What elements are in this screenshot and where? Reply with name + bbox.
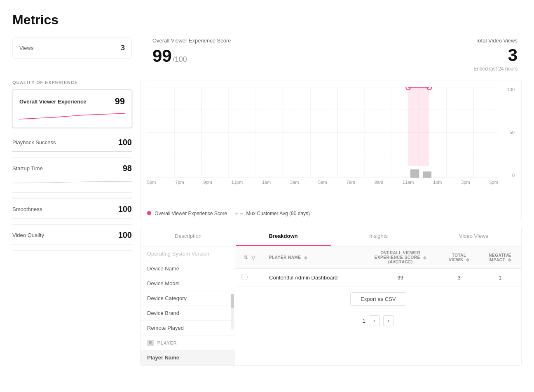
metric-name-overall: Overall Viewer Experience [19, 99, 86, 105]
sidebar-section-icon: ⊞ [147, 340, 154, 346]
filter-icon: ▽ [251, 255, 255, 261]
export-csv-button[interactable]: Export as CSV [350, 292, 406, 306]
sort-score [423, 256, 426, 260]
y-label-0: 0 [500, 173, 515, 178]
metric-card-overall[interactable]: Overall Viewer Experience 99 [12, 90, 132, 128]
td-negative-impact: 1 [479, 269, 521, 287]
metric-value-videoquality: 100 [118, 230, 132, 240]
metric-name-videoquality: Video Quality [12, 232, 44, 238]
legend-score-label: Overall Viewer Experience Score [155, 211, 227, 216]
th-player-name[interactable]: PLAYER NAME [263, 246, 361, 269]
pagination: 1 ‹ › [235, 311, 521, 330]
tab-description[interactable]: Description [141, 227, 236, 246]
td-player-name: Contentful Admin Dashboard [263, 269, 361, 287]
tab-breakdown[interactable]: Breakdown [236, 227, 331, 246]
total-views-label: Total Video Views [473, 38, 518, 44]
sidebar-item-player-name[interactable]: Player Name [141, 350, 235, 365]
table-header-row: ⇅ ▽ PLAYER NAME [235, 246, 521, 269]
metric-item-smoothness[interactable]: Smoothness 100 [12, 199, 132, 225]
y-label-50: 50 [500, 130, 515, 135]
sparkline-overall [19, 110, 125, 122]
export-row: Export as CSV [235, 287, 521, 311]
legend-avg-indicator: Mux Customer Avg (90 days) [235, 211, 310, 216]
x-label-11pm: 11pm [232, 180, 243, 198]
x-label-1pm: 1pm [433, 180, 442, 198]
page-title: Metrics [12, 12, 522, 28]
views-value: 3 [121, 44, 125, 52]
th-negative-impact[interactable]: NEGATIVEIMPACT [479, 246, 521, 269]
x-label-7am: 7am [346, 180, 355, 198]
scrollbar[interactable] [231, 294, 234, 329]
sparkline-startup [12, 176, 132, 188]
x-label-5pm-end: 5pm [490, 180, 498, 198]
tab-bar: Description Breakdown Insights Video Vie… [141, 227, 521, 246]
metric-name-playback: Playback Success [12, 139, 56, 146]
page-number: 1 [363, 318, 365, 324]
sidebar-section-label: PLAYER [157, 340, 177, 345]
td-total-views: 3 [439, 269, 479, 287]
svg-rect-21 [410, 169, 419, 178]
metric-name-startup: Startup Time [12, 165, 43, 171]
x-label-9am: 9am [375, 180, 383, 198]
metric-value-playback: 100 [118, 138, 132, 147]
metric-item-videoquality[interactable]: Video Quality 100 [12, 225, 132, 251]
x-label-1am: 1am [262, 180, 271, 198]
legend-avg-label: Mux Customer Avg (90 days) [246, 211, 310, 216]
th-score[interactable]: OVERALL VIEWEREXPERIENCE SCORE (AVERAGE) [361, 246, 439, 269]
metric-value-smoothness: 100 [118, 204, 132, 214]
score-denom: /100 [173, 55, 187, 64]
sidebar-item-remote-played[interactable]: Remote Played [141, 321, 235, 336]
right-panel: 100 50 0 [140, 80, 522, 366]
x-label-3am: 3am [290, 180, 299, 198]
qoe-section-label: QUALITY OF EXPERIENCE [12, 80, 132, 85]
x-label-5pm: 5pm [147, 180, 156, 198]
sidebar-item-device-model[interactable]: Device Model [141, 276, 235, 291]
sort-player-name [304, 256, 307, 260]
x-label-11am: 11am [403, 180, 414, 198]
data-table: ⇅ ▽ PLAYER NAME [235, 246, 521, 287]
next-page-button[interactable]: › [383, 315, 394, 326]
score-label: Overall Viewer Experience Score [152, 38, 461, 44]
x-label-5am: 5am [318, 180, 327, 198]
metric-item-startup[interactable]: Startup Time 98 [12, 158, 132, 199]
x-label-3pm: 3pm [461, 180, 470, 198]
sidebar-item-device-category[interactable]: Device Category [141, 291, 235, 306]
th-total-views[interactable]: TOTALVIEWS [439, 246, 479, 269]
sort-icon: ⇅ [244, 255, 248, 261]
sidebar-item-device-name[interactable]: Device Name [141, 261, 235, 276]
metric-name-smoothness: Smoothness [12, 206, 42, 212]
td-score: 99 [361, 269, 439, 287]
x-label-9pm: 9pm [203, 180, 212, 198]
table-layout: Operating System Version Device Name Dev… [141, 246, 521, 365]
sort-negative-impact [508, 258, 511, 262]
table-section: Description Breakdown Insights Video Vie… [140, 227, 522, 366]
score-card: Overall Viewer Experience Score 99 /100 [144, 38, 469, 66]
sidebar-item-os-version[interactable]: Operating System Version [141, 246, 235, 261]
chart-svg [147, 87, 498, 178]
sidebar-list: Operating System Version Device Name Dev… [141, 246, 235, 365]
y-label-100: 100 [500, 87, 515, 92]
td-checkbox[interactable] [235, 269, 263, 287]
sidebar-item-device-brand[interactable]: Device Brand [141, 306, 235, 321]
tab-video-views[interactable]: Video Views [426, 227, 521, 246]
svg-rect-17 [408, 88, 429, 166]
metric-value-overall: 99 [115, 96, 125, 107]
th-checkbox: ⇅ ▽ [235, 246, 263, 269]
total-views-value: 3 [473, 45, 518, 65]
left-panel: QUALITY OF EXPERIENCE Overall Viewer Exp… [12, 80, 140, 366]
sort-total-views [466, 258, 469, 262]
tab-insights[interactable]: Insights [331, 227, 426, 246]
chart-area: 100 50 0 [140, 80, 522, 220]
total-views-sub: Ended last 24 hours [473, 66, 518, 72]
prev-page-button[interactable]: ‹ [369, 315, 380, 326]
metric-item-playback[interactable]: Playback Success 100 [12, 132, 132, 158]
total-views-card: Total Video Views 3 Ended last 24 hours [469, 38, 522, 72]
score-big: 99 [152, 46, 172, 66]
row-checkbox[interactable] [241, 274, 248, 280]
metric-value-startup: 98 [123, 164, 132, 173]
svg-rect-22 [423, 171, 431, 178]
scrollbar-thumb [231, 294, 234, 308]
table-main: ⇅ ▽ PLAYER NAME [235, 246, 521, 365]
views-label: Views [19, 45, 33, 51]
table-row[interactable]: Contentful Admin Dashboard 99 3 1 [235, 269, 521, 287]
